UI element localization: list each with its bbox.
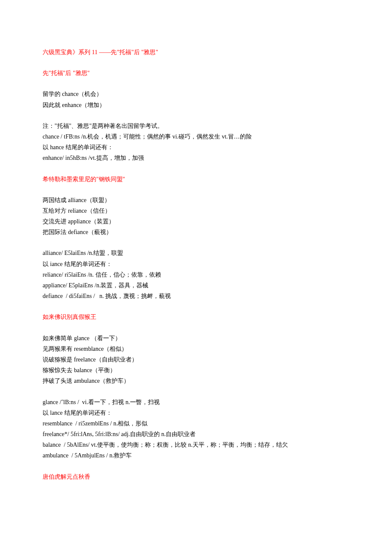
text-line: 以 iance 结尾的单词还有： (43, 259, 349, 269)
text-line: defiance / di5faiEns / n. 挑战，蔑视；挑衅，藐视 (43, 291, 349, 301)
section-heading-text: 唐伯虎解元点秋香 (43, 474, 90, 480)
section-heading-text: 希特勒和墨索里尼的"钢铁同盟" (43, 176, 125, 182)
title-series: 六级黑宝典》系列 11 (43, 49, 98, 55)
text-line: appliance/ E5plaiEns /n.装置，器具，器械 (43, 280, 349, 291)
text-line: 因此就 enhance（增加） (43, 100, 349, 110)
section-heading: 希特勒和墨索里尼的"钢铁同盟" (43, 174, 349, 185)
text-line: 说破猕猴是 freelance（自由职业者） (43, 354, 349, 365)
text-line: 摔破了头送 ambulance（救护车） (43, 376, 349, 386)
content-block: 注："托福"、雅思"是两种著名出国留学考试。 chance / tFB:ns /… (43, 121, 349, 164)
content-block: 如来佛简单 glance （看一下） 见两猴果有 resemblance（相似）… (43, 333, 349, 387)
text-line: 以 hance 结尾的单词还有： (43, 142, 349, 153)
title-subtitle: ——先"托福"后 "雅思" (99, 49, 158, 55)
section-heading: 如来佛识别真假猴王 (43, 312, 349, 322)
text-line: 猕猴惊失去 balance（平衡） (43, 365, 349, 376)
text-line: 两国结成 alliance（联盟） (43, 195, 349, 205)
text-line: ambulance / 5AmbjulEns / n.救护车 (43, 450, 349, 461)
text-line: freelance*/ 5fri:lAns, 5fri:lB:ns/ adj.自… (43, 429, 349, 439)
document-page: 六级黑宝典》系列 11 ——先"托福"后 "雅思" 先"托福"后 "雅思" 留学… (0, 0, 392, 518)
content-block: 留学的 chance（机会） 因此就 enhance（增加） (43, 89, 349, 110)
text-line: 注："托福"、雅思"是两种著名出国留学考试。 (43, 121, 349, 131)
text-line: 如来佛简单 glance （看一下） (43, 333, 349, 344)
content-block: glance /ˆlB:ns / vi.看一下，扫视 n.一瞥，扫视 以 lan… (43, 397, 349, 461)
text-line: resemblance / ri5zemblEns / n.相似，形似 (43, 418, 349, 429)
text-line: 留学的 chance（机会） (43, 89, 349, 99)
text-line: 见两猴果有 resemblance（相似） (43, 344, 349, 354)
content-block: alliance/ E5laiEns /n.结盟，联盟 以 iance 结尾的单… (43, 248, 349, 301)
section-heading: 唐伯虎解元点秋香 (43, 471, 349, 482)
text-line: 把国际法 defiance（藐视） (43, 227, 349, 237)
section-heading: 先"托福"后 "雅思" (43, 68, 349, 78)
text-line: glance /ˆlB:ns / vi.看一下，扫视 n.一瞥，扫视 (43, 397, 349, 408)
text-line: 以 lance 结尾的单词还有： (43, 408, 349, 418)
content-block: 两国结成 alliance（联盟） 互给对方 reliance（信任） 交流先进… (43, 195, 349, 238)
text-line: chance / tFB:ns /n.机会，机遇；可能性；偶然的事 vi.碰巧，… (43, 131, 349, 142)
section-heading-text: 先"托福"后 "雅思" (43, 70, 89, 76)
section-heading-text: 如来佛识别真假猴王 (43, 314, 96, 320)
page-main-title: 六级黑宝典》系列 11 ——先"托福"后 "雅思" (43, 47, 349, 58)
text-line: 互给对方 reliance（信任） (43, 205, 349, 216)
text-line: alliance/ E5laiEns /n.结盟，联盟 (43, 248, 349, 258)
text-line: enhance/ in5hB:ns /vt.提高，增加，加强 (43, 153, 349, 163)
text-line: 交流先进 appliance（装置） (43, 216, 349, 227)
text-line: balance / 5bAlEns/ vt.使平衡，使均衡；称；权衡，比较 n.… (43, 439, 349, 450)
text-line: reliance/ ri5laiEns /n. 信任，信心；依靠，依赖 (43, 269, 349, 280)
